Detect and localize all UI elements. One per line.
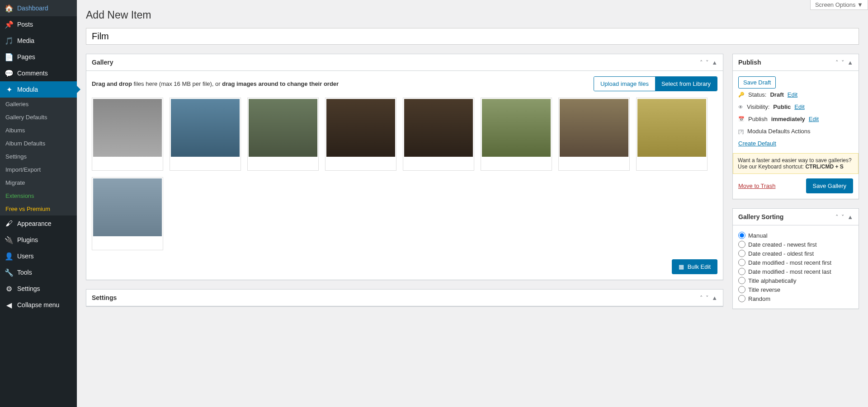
sort-date-modified-last[interactable]: Date modified - most recent last (738, 267, 853, 276)
toggle-panel-icon[interactable]: ▲ (847, 59, 853, 66)
settings-metabox: Settings ˄ ˅ ▲ (86, 289, 723, 307)
chevron-down-icon[interactable]: ˅ (706, 295, 709, 301)
collapse-icon: ◀ (5, 300, 14, 309)
publish-label: Publish (748, 116, 768, 122)
plugins-icon: 🔌 (5, 235, 14, 244)
tools-icon: 🔧 (5, 268, 14, 277)
subnav-import-export[interactable]: Import/Export (0, 163, 77, 176)
subnav-albums[interactable]: Albums (0, 124, 77, 137)
gallery-thumb[interactable] (636, 98, 708, 171)
gallery-thumb[interactable] (247, 98, 319, 171)
key-icon: 🔑 (738, 92, 745, 98)
pin-icon: 📌 (5, 20, 14, 29)
nav-tools[interactable]: 🔧Tools (0, 264, 77, 281)
nav-collapse[interactable]: ◀Collapse menu (0, 297, 77, 313)
sort-title-reverse[interactable]: Title reverse (738, 285, 853, 294)
upload-image-files-button[interactable]: Upload image files (594, 77, 655, 91)
toggle-panel-icon[interactable]: ▲ (712, 295, 717, 301)
post-title-input[interactable] (86, 28, 859, 45)
sort-random[interactable]: Random (738, 294, 853, 303)
settings-title: Settings (92, 294, 117, 301)
comments-icon: 💬 (5, 69, 14, 78)
gallery-thumb[interactable] (170, 98, 241, 171)
pages-icon: 📄 (5, 52, 14, 61)
save-gallery-button[interactable]: Save Gallery (806, 178, 853, 193)
screen-options-toggle[interactable]: Screen Options ▼ (810, 0, 868, 10)
gallery-sorting-metabox: Gallery Sorting ˄ ˅ ▲ Manual Date create… (732, 208, 859, 309)
toggle-panel-icon[interactable]: ▲ (847, 214, 853, 220)
create-default-link[interactable]: Create Default (738, 140, 776, 147)
save-hint: Want a faster and easier way to save gal… (733, 153, 859, 174)
chevron-up-icon[interactable]: ˄ (835, 214, 839, 220)
sort-date-created-oldest[interactable]: Date created - oldest first (738, 249, 853, 258)
chevron-down-icon[interactable]: ˅ (706, 59, 709, 66)
chevron-down-icon[interactable]: ˅ (841, 214, 844, 220)
status-value: Draft (770, 91, 783, 98)
gallery-title: Gallery (92, 59, 113, 66)
sorting-title: Gallery Sorting (738, 213, 783, 220)
chevron-up-icon[interactable]: ˄ (700, 295, 703, 301)
save-draft-button[interactable]: Save Draft (738, 76, 776, 89)
gallery-thumb[interactable] (403, 98, 474, 171)
subnav-galleries[interactable]: Galleries (0, 98, 77, 111)
dashboard-icon: 🏠 (5, 4, 14, 13)
gallery-thumbnails (92, 98, 717, 250)
chevron-down-icon[interactable]: ˅ (841, 59, 844, 66)
toggle-panel-icon[interactable]: ▲ (712, 59, 717, 66)
gallery-thumb[interactable] (481, 98, 552, 171)
edit-status-link[interactable]: Edit (788, 91, 797, 98)
media-icon: 🎵 (5, 36, 14, 45)
page-title: Add New Item (86, 9, 859, 21)
subnav-album-defaults[interactable]: Album Defaults (0, 137, 77, 150)
users-icon: 👤 (5, 252, 14, 261)
gallery-thumb[interactable] (92, 177, 163, 250)
move-to-trash-link[interactable]: Move to Trash (738, 182, 775, 189)
gallery-metabox: Gallery ˄ ˅ ▲ Drag and drop files here (… (86, 54, 723, 280)
sort-manual[interactable]: Manual (738, 231, 853, 240)
subnav-gallery-defaults[interactable]: Gallery Defaults (0, 111, 77, 124)
nav-comments[interactable]: 💬Comments (0, 65, 77, 81)
visibility-label: Visibility: (747, 103, 769, 110)
gallery-thumb[interactable] (558, 98, 630, 171)
nav-pages[interactable]: 📄Pages (0, 49, 77, 65)
nav-users[interactable]: 👤Users (0, 248, 77, 264)
sort-title-alpha[interactable]: Title alphabetically (738, 276, 853, 285)
defaults-label: Modula Defaults Actions (747, 128, 810, 135)
publish-value: immediately (771, 116, 805, 122)
gallery-thumb[interactable] (325, 98, 396, 171)
nav-dashboard[interactable]: 🏠Dashboard (0, 0, 77, 16)
upload-instructions: Drag and drop files here (max 16 MB per … (92, 80, 339, 87)
subnav-settings[interactable]: Settings (0, 150, 77, 163)
subnav-extensions[interactable]: Extensions (0, 189, 77, 202)
eye-icon: 👁 (738, 104, 743, 110)
bulk-edit-button[interactable]: ▦ Bulk Edit (672, 259, 717, 274)
admin-sidebar: 🏠Dashboard 📌Posts 🎵Media 📄Pages 💬Comment… (0, 0, 77, 407)
subnav-migrate[interactable]: Migrate (0, 176, 77, 189)
nav-plugins[interactable]: 🔌Plugins (0, 232, 77, 248)
appearance-icon: 🖌 (5, 219, 14, 228)
modula-icon: ✦ (5, 85, 14, 94)
settings-icon: ⚙ (5, 284, 14, 293)
nav-media[interactable]: 🎵Media (0, 33, 77, 49)
nav-appearance[interactable]: 🖌Appearance (0, 215, 77, 232)
chevron-up-icon[interactable]: ˄ (700, 59, 703, 66)
status-label: Status: (748, 91, 766, 98)
calendar-icon: 📅 (738, 116, 745, 122)
grid-icon: ▦ (679, 263, 684, 270)
edit-publish-link[interactable]: Edit (809, 116, 819, 122)
nav-modula[interactable]: ✦Modula (0, 81, 77, 98)
nav-settings[interactable]: ⚙Settings (0, 281, 77, 297)
subnav-free-vs-premium[interactable]: Free vs Premium (0, 202, 77, 215)
visibility-value: Public (773, 103, 791, 110)
nav-posts[interactable]: 📌Posts (0, 16, 77, 33)
sort-date-created-newest[interactable]: Date created - newest first (738, 240, 853, 249)
sort-date-modified-first[interactable]: Date modified - most recent first (738, 258, 853, 267)
publish-title: Publish (738, 59, 761, 66)
select-from-library-button[interactable]: Select from Library (655, 77, 717, 91)
edit-visibility-link[interactable]: Edit (794, 103, 804, 110)
help-icon: [?] (738, 129, 744, 134)
modula-submenu: Galleries Gallery Defaults Albums Album … (0, 98, 77, 215)
publish-metabox: Publish ˄ ˅ ▲ Save Draft 🔑 Status: Draft (732, 54, 859, 199)
gallery-thumb[interactable] (92, 98, 163, 171)
chevron-up-icon[interactable]: ˄ (835, 59, 839, 66)
